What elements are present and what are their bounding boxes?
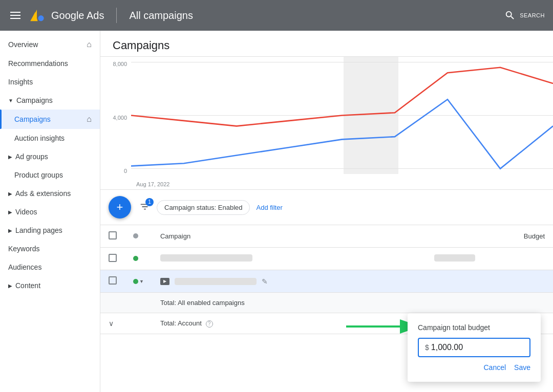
budget-currency-symbol: $: [425, 343, 429, 352]
table-row: ▼ ✎: [100, 270, 553, 293]
yaxis-label-0: 0: [104, 168, 127, 174]
sidebar-section-campaigns-label: Campaigns: [16, 96, 53, 104]
budget-input-wrap: $: [418, 338, 530, 357]
toolbar: + 1 Campaign status: Enabled Add filter: [100, 190, 553, 225]
row1-checkbox[interactable]: [109, 254, 117, 262]
sidebar: Overview ⌂ Recommendations Insights ▼ Ca…: [0, 31, 100, 392]
search-icon: [504, 10, 516, 21]
sidebar-section-ads-extensions[interactable]: ▶ Ads & extensions: [0, 184, 100, 203]
sidebar-item-auction-insights-label: Auction insights: [14, 134, 65, 142]
topbar-campaign-context: All campaigns: [129, 10, 193, 21]
row2-status-dot: [133, 279, 138, 284]
ads-extensions-chevron-icon: ▶: [8, 191, 12, 197]
row1-status-dot: [133, 256, 138, 261]
td-account-label: Total: Account ?: [152, 313, 426, 334]
sidebar-item-audiences[interactable]: Audiences: [0, 258, 100, 276]
campaigns-chevron-icon: ▼: [8, 98, 13, 103]
page-header: Campaigns: [100, 31, 553, 57]
svg-point-7: [38, 16, 44, 21]
sidebar-section-ads-extensions-label: Ads & extensions: [15, 189, 71, 198]
status-header-dot: [133, 233, 138, 238]
hamburger-menu[interactable]: [8, 10, 23, 21]
sidebar-item-product-groups-label: Product groups: [14, 171, 63, 179]
yaxis-label-4000: 4,000: [104, 115, 127, 121]
td-campaign-1: [152, 248, 426, 270]
sidebar-item-keywords[interactable]: Keywords: [0, 239, 100, 258]
app-body: Overview ⌂ Recommendations Insights ▼ Ca…: [0, 31, 553, 392]
th-campaign: Campaign: [152, 225, 426, 248]
sidebar-section-content-label: Content: [15, 281, 40, 290]
campaigns-home-icon: ⌂: [87, 115, 92, 124]
total-row: Total: All enabled campaigns: [100, 293, 553, 313]
th-checkbox: [100, 225, 125, 248]
sidebar-item-overview-label: Overview: [8, 40, 38, 49]
sidebar-item-insights[interactable]: Insights: [0, 73, 100, 91]
account-info-icon[interactable]: ?: [206, 320, 213, 328]
sidebar-item-keywords-label: Keywords: [8, 245, 39, 253]
budget-cancel-button[interactable]: Cancel: [483, 363, 506, 372]
td-status-2: ▼: [125, 270, 152, 293]
app-title: Google Ads: [51, 10, 104, 21]
sidebar-item-campaigns[interactable]: Campaigns ⌂: [0, 110, 100, 129]
ad-groups-chevron-icon: ▶: [8, 154, 12, 160]
add-campaign-button[interactable]: +: [109, 196, 131, 219]
videos-chevron-icon: ▶: [8, 209, 12, 215]
budget-save-button[interactable]: Save: [514, 363, 530, 372]
topbar: Google Ads All campaigns SEARCH: [0, 0, 553, 31]
th-budget: Budget: [426, 225, 553, 248]
sidebar-item-audiences-label: Audiences: [8, 263, 41, 271]
chart-svg-container: [131, 57, 553, 174]
row2-status-arrow[interactable]: ▼: [139, 279, 144, 284]
account-total-label: Total: Account: [160, 319, 202, 327]
status-filter-chip[interactable]: Campaign status: Enabled: [157, 200, 250, 215]
table-row: [100, 248, 553, 270]
td-total-empty: [100, 293, 152, 313]
table-header-row: Campaign Budget: [100, 225, 553, 248]
td-account-empty: ∨: [100, 313, 152, 334]
row1-budget-skeleton: [434, 254, 475, 262]
topbar-divider: [116, 8, 117, 23]
sidebar-section-videos-label: Videos: [15, 208, 37, 216]
row1-name-skeleton: [160, 254, 252, 262]
sidebar-item-campaigns-label: Campaigns: [14, 115, 51, 123]
search-label: SEARCH: [520, 12, 545, 18]
sidebar-item-auction-insights[interactable]: Auction insights: [0, 129, 100, 147]
google-ads-logo: [29, 7, 45, 24]
chart-area: 8,000 4,000 0 Aug: [100, 57, 553, 190]
video-icon: [160, 278, 169, 285]
sidebar-section-videos[interactable]: ▶ Videos: [0, 203, 100, 221]
home-icon: ⌂: [87, 40, 92, 49]
budget-popup-title: Campaign total budget: [418, 323, 530, 332]
td-checkbox-1: [100, 248, 125, 270]
sidebar-section-ad-groups[interactable]: ▶ Ad groups: [0, 147, 100, 166]
landing-pages-chevron-icon: ▶: [8, 228, 12, 233]
sidebar-section-content[interactable]: ▶ Content: [0, 276, 100, 295]
budget-popup: Campaign total budget $ Cancel Save: [408, 313, 541, 382]
sidebar-section-landing-pages-label: Landing pages: [15, 226, 62, 234]
row2-checkbox[interactable]: [109, 276, 117, 285]
budget-input[interactable]: [431, 343, 523, 352]
sidebar-item-recommendations[interactable]: Recommendations: [0, 54, 100, 73]
filter-badge: 1: [145, 198, 154, 206]
sidebar-item-overview[interactable]: Overview ⌂: [0, 35, 100, 54]
td-budget-1: [426, 248, 553, 270]
page-title: Campaigns: [113, 39, 541, 52]
edit-campaign-icon[interactable]: ✎: [262, 277, 268, 286]
add-filter-button[interactable]: Add filter: [256, 204, 282, 211]
content-chevron-icon: ▶: [8, 283, 12, 289]
select-all-checkbox[interactable]: [109, 231, 117, 239]
table-area: Campaign Budget: [100, 225, 553, 392]
th-status: [125, 225, 152, 248]
sidebar-item-recommendations-label: Recommendations: [8, 59, 68, 68]
td-budget-2: [426, 270, 553, 293]
sidebar-item-product-groups[interactable]: Product groups: [0, 166, 100, 184]
chart-xaxis-label: Aug 17, 2022: [136, 181, 169, 187]
sidebar-item-insights-label: Insights: [8, 78, 33, 86]
search-button[interactable]: SEARCH: [504, 10, 545, 21]
sidebar-section-landing-pages[interactable]: ▶ Landing pages: [0, 221, 100, 239]
sidebar-section-campaigns[interactable]: ▼ Campaigns: [0, 91, 100, 110]
td-status-1: [125, 248, 152, 270]
filter-button[interactable]: 1: [139, 201, 151, 214]
chart-svg: [131, 57, 553, 174]
collapse-icon[interactable]: ∨: [109, 319, 114, 328]
